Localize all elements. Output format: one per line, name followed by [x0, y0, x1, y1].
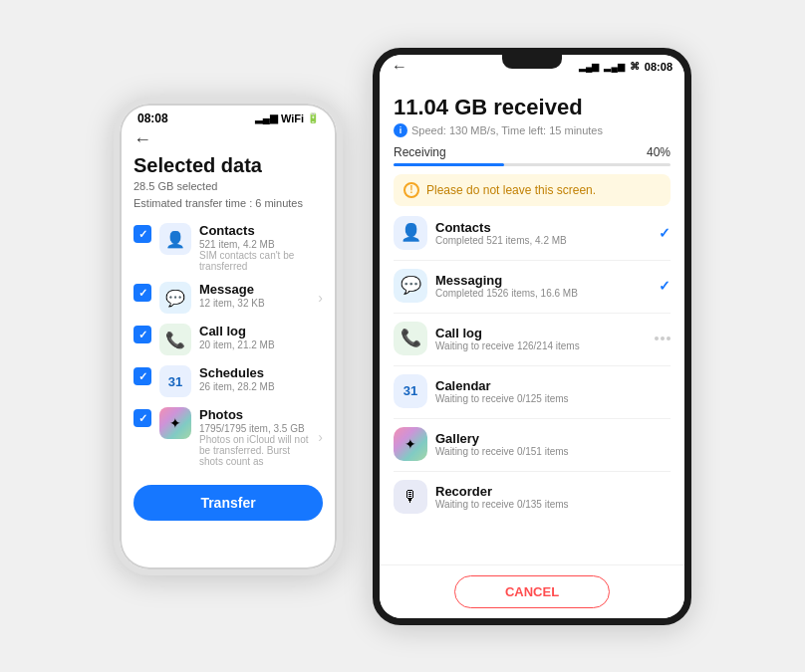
progress-bar-bg — [394, 163, 671, 166]
recv-messaging-icon: 💬 — [394, 269, 427, 303]
speed-icon: i — [394, 123, 407, 137]
signal-icon-right: ▂▄▆ — [579, 62, 599, 72]
divider — [394, 418, 671, 419]
battery-icon-left: 🔋 — [307, 112, 319, 123]
checkbox-schedules[interactable] — [134, 367, 151, 385]
item-text-photos: Photos 1795/1795 item, 3.5 GB Photos on … — [199, 407, 310, 467]
recv-title: 11.04 GB received — [394, 95, 671, 120]
progress-label: Receiving — [394, 145, 446, 159]
recv-item-text: Call log Waiting to receive 126/214 item… — [435, 326, 647, 351]
transfer-button[interactable]: Transfer — [134, 485, 323, 521]
signal-icon-left: ▂▄▆ — [255, 112, 278, 123]
back-button-right[interactable]: ← — [392, 59, 407, 75]
message-icon: 💬 — [159, 282, 191, 314]
progress-bar-fill — [394, 163, 504, 166]
check-done-icon: ✓ — [659, 278, 671, 294]
speed-line: i Speed: 130 MB/s, Time left: 15 minutes — [394, 123, 671, 137]
item-text-message: Message 12 item, 32 KB — [199, 282, 310, 309]
time-left: 08:08 — [137, 112, 168, 125]
speed-text: Speed: 130 MB/s, Time left: 15 minutes — [411, 124, 603, 136]
recv-calendar-icon: 31 — [394, 374, 427, 408]
recv-contacts-icon: 👤 — [394, 216, 427, 250]
divider — [394, 365, 671, 366]
status-bar-left: 08:08 ▂▄▆ WiFi 🔋 — [120, 104, 337, 129]
notch — [502, 55, 562, 69]
checkbox-photos[interactable] — [134, 409, 151, 427]
wifi-icon-right: ⌘ — [630, 61, 640, 72]
status-icons-left: ▂▄▆ WiFi 🔋 — [255, 112, 319, 124]
page-title-left: Selected data — [134, 154, 323, 177]
status-icons-right: ▂▄▆ ▂▄▆ ⌘ 08:08 — [579, 61, 672, 73]
list-item: ✦ Photos 1795/1795 item, 3.5 GB Photos o… — [134, 407, 323, 467]
list-item: ✦ Gallery Waiting to receive 0/151 items — [394, 427, 671, 461]
screen-inner: ← ▂▄▆ ▂▄▆ ⌘ 08:08 11.04 GB received i Sp… — [380, 55, 684, 618]
left-phone: 08:08 ▂▄▆ WiFi 🔋 ← Selected data 28.5 GB… — [114, 98, 343, 575]
checkbox-contacts[interactable] — [134, 225, 151, 243]
photos-icon: ✦ — [159, 407, 191, 439]
progress-pct: 40% — [647, 145, 671, 159]
wifi-icon-left: WiFi — [281, 112, 304, 124]
calllog-icon: 📞 — [159, 324, 191, 355]
recv-item-text: Messaging Completed 1526 items, 16.6 MB — [435, 273, 651, 299]
list-item: 🎙 Recorder Waiting to receive 0/135 item… — [394, 480, 671, 514]
recv-calllog-icon: 📞 — [394, 322, 427, 355]
list-item: 📞 Call log 20 item, 21.2 MB — [134, 324, 323, 355]
recv-item-text: Gallery Waiting to receive 0/151 items — [435, 431, 671, 457]
list-item: 💬 Messaging Completed 1526 items, 16.6 M… — [394, 269, 671, 303]
warning-box: ! Please do not leave this screen. — [394, 174, 671, 206]
back-button-left[interactable]: ← — [134, 129, 323, 150]
divider — [394, 260, 671, 261]
cancel-button[interactable]: CANCEL — [454, 575, 610, 608]
checkbox-calllog[interactable] — [134, 326, 151, 343]
recv-item-text: Recorder Waiting to receive 0/135 items — [435, 484, 671, 510]
item-text-contacts: Contacts 521 item, 4.2 MB SIM contacts c… — [199, 223, 323, 272]
time-right: 08:08 — [645, 61, 672, 73]
progress-header: Receiving 40% — [394, 145, 671, 159]
signal2-icon-right: ▂▄▆ — [604, 62, 624, 72]
list-item: 📞 Call log Waiting to receive 126/214 it… — [394, 322, 671, 355]
warning-icon: ! — [403, 182, 419, 198]
recv-recorder-icon: 🎙 — [394, 480, 427, 514]
recv-gallery-icon: ✦ — [394, 427, 427, 461]
chevron-right-icon: › — [318, 290, 323, 306]
divider — [394, 471, 671, 472]
checkbox-message[interactable] — [134, 284, 151, 302]
item-text-calllog: Call log 20 item, 21.2 MB — [199, 324, 323, 350]
list-item: 👤 Contacts Completed 521 items, 4.2 MB ✓ — [394, 216, 671, 250]
list-item: 31 Schedules 26 item, 28.2 MB — [134, 365, 323, 397]
subtitle2-left: Estimated transfer time : 6 minutes — [134, 196, 323, 211]
list-item: 31 Calendar Waiting to receive 0/125 ite… — [394, 374, 671, 408]
chevron-right-icon: › — [318, 429, 323, 445]
item-text-schedules: Schedules 26 item, 28.2 MB — [199, 365, 323, 392]
list-item: 💬 Message 12 item, 32 KB › — [134, 282, 323, 314]
right-phone: ← ▂▄▆ ▂▄▆ ⌘ 08:08 11.04 GB received i Sp… — [373, 48, 691, 625]
recv-item-text: Contacts Completed 521 items, 4.2 MB — [435, 220, 651, 246]
list-item: 👤 Contacts 521 item, 4.2 MB SIM contacts… — [134, 223, 323, 272]
cancel-button-wrap: CANCEL — [380, 564, 684, 618]
check-done-icon: ✓ — [659, 225, 671, 241]
loading-icon — [655, 336, 671, 340]
progress-section: Receiving 40% — [394, 145, 671, 166]
calendar-icon: 31 — [159, 365, 191, 397]
subtitle1-left: 28.5 GB selected — [134, 179, 323, 194]
right-content: 11.04 GB received i Speed: 130 MB/s, Tim… — [380, 83, 684, 514]
contacts-icon: 👤 — [159, 223, 191, 255]
recv-item-text: Calendar Waiting to receive 0/125 items — [435, 378, 671, 404]
divider — [394, 313, 671, 314]
warning-text: Please do not leave this screen. — [426, 183, 596, 197]
